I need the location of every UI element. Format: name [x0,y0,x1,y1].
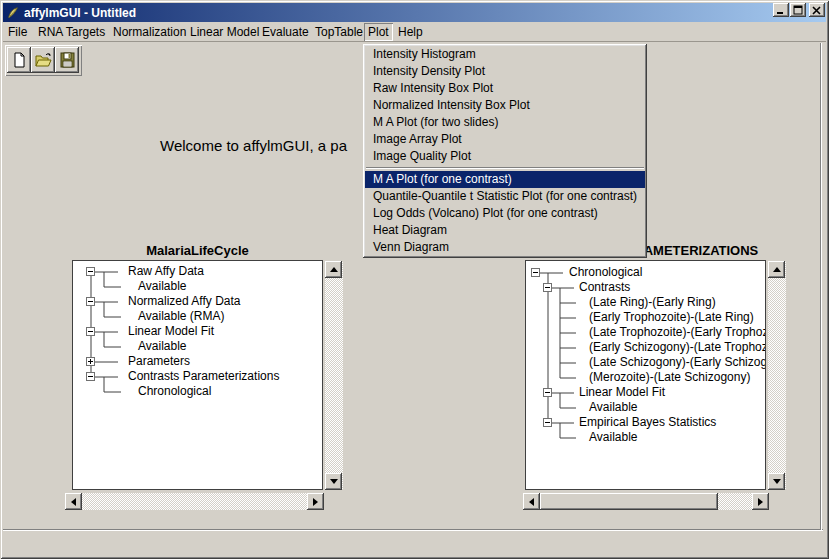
tree-item-chronological[interactable]: Chronological [569,265,642,280]
minimize-button[interactable] [773,3,789,17]
scroll-left-button[interactable] [523,493,540,510]
tree-item-available[interactable]: Available [589,400,637,415]
open-file-button[interactable] [31,47,55,73]
frame-divider [3,529,823,531]
menu-item-normalized-intensity-box-plot[interactable]: Normalized Intensity Box Plot [365,97,645,114]
tree-item-contrast[interactable]: (Early Schizogony)-(Late Trophozoite) [589,340,766,355]
menu-bar: File RNA Targets Normalization Linear Mo… [3,22,826,42]
scroll-right-button[interactable] [752,493,769,510]
tree-item-contrast[interactable]: (Merozoite)-(Late Schizogony) [589,370,750,385]
welcome-message: Welcome to affylmGUI, a pa [160,137,347,154]
tree-item-contrasts-parameterizations[interactable]: Contrasts Parameterizations [128,369,279,384]
tree-item-contrast[interactable]: (Early Trophozoite)-(Late Ring) [589,310,754,325]
application-window: affylmGUI - Untitled File RNA Targets No… [0,0,829,559]
tree-item-linear-model-fit[interactable]: Linear Model Fit [128,324,214,339]
save-file-button[interactable] [55,47,79,73]
tree-item-parameters[interactable]: Parameters [128,354,190,369]
scroll-right-button[interactable] [307,493,324,510]
menubar-item-help[interactable]: Help [394,23,427,41]
arrow-up-icon [773,267,781,272]
tree-expand-minus-icon[interactable] [543,418,552,427]
scroll-up-button[interactable] [768,261,785,278]
menubar-item-linear-model[interactable]: Linear Model [186,23,263,41]
open-folder-icon [34,51,53,69]
frame-divider [820,43,822,530]
tree-expand-minus-icon[interactable] [531,268,540,277]
arrow-down-icon [773,479,781,484]
menu-item-heat-diagram[interactable]: Heat Diagram [365,222,645,239]
tree-item-contrasts[interactable]: Contrasts [579,280,630,295]
menu-item-venn-diagram[interactable]: Venn Diagram [365,239,645,256]
app-feather-icon [6,6,20,20]
left-tree-vertical-scrollbar[interactable] [325,261,343,490]
tree-expand-plus-icon[interactable] [86,357,95,366]
right-tree-vertical-scrollbar[interactable] [768,261,786,490]
right-tree-horizontal-scrollbar[interactable] [523,493,769,510]
scroll-up-button[interactable] [325,261,342,278]
arrow-up-icon [330,267,338,272]
arrow-left-icon [71,498,76,506]
minimize-icon [776,5,786,15]
menu-separator [366,167,644,169]
maximize-icon [793,5,803,15]
menubar-item-plot[interactable]: Plot [364,23,393,41]
menubar-item-file[interactable]: File [4,23,31,41]
left-tree-horizontal-scrollbar[interactable] [65,493,324,510]
new-document-icon [11,51,28,69]
new-file-button[interactable] [7,47,31,73]
tree-item-available-rma[interactable]: Available (RMA) [138,309,224,324]
arrow-right-icon [313,498,318,506]
menubar-item-toptable[interactable]: TopTable [311,23,367,41]
tree-expand-minus-icon[interactable] [86,267,95,276]
arrow-right-icon [758,498,763,506]
tree-item-contrast[interactable]: (Late Schizogony)-(Early Schizogony) [589,355,766,370]
tree-expand-minus-icon[interactable] [543,388,552,397]
menu-item-image-quality-plot[interactable]: Image Quality Plot [365,148,645,165]
plot-dropdown-menu: Intensity Histogram Intensity Density Pl… [363,44,647,258]
tree-item-empirical-bayes-statistics[interactable]: Empirical Bayes Statistics [579,415,716,430]
scrollbar-thumb[interactable] [540,493,718,510]
menu-item-log-odds-volcano-plot[interactable]: Log Odds (Volcano) Plot (for one contras… [365,205,645,222]
menubar-item-rna-targets[interactable]: RNA Targets [34,23,109,41]
scroll-left-button[interactable] [65,493,82,510]
tree-expand-minus-icon[interactable] [86,372,95,381]
left-tree-title: MalariaLifeCycle [72,243,323,258]
arrow-down-icon [330,479,338,484]
tree-item-available[interactable]: Available [138,339,186,354]
menu-item-intensity-density-plot[interactable]: Intensity Density Plot [365,63,645,80]
scroll-down-button[interactable] [768,473,785,490]
scroll-down-button[interactable] [325,473,342,490]
save-floppy-icon [59,51,76,69]
close-icon [812,6,822,15]
close-button[interactable] [809,3,825,17]
tree-expand-minus-icon[interactable] [86,297,95,306]
menu-item-image-array-plot[interactable]: Image Array Plot [365,131,645,148]
menubar-item-normalization[interactable]: Normalization [109,23,190,41]
tree-expand-minus-icon[interactable] [543,283,552,292]
arrow-left-icon [529,498,534,506]
menu-item-ma-plot-one-contrast[interactable]: M A Plot (for one contrast) [365,171,645,188]
menubar-item-evaluate[interactable]: Evaluate [258,23,313,41]
right-tree-view[interactable]: Chronological Contrasts (Late Ring)-(Ear… [525,260,766,490]
tree-item-contrast[interactable]: (Late Ring)-(Early Ring) [589,295,716,310]
tree-item-available[interactable]: Available [589,430,637,445]
window-title: affylmGUI - Untitled [24,6,136,20]
tree-item-chronological[interactable]: Chronological [138,384,211,399]
maximize-button[interactable] [790,3,806,17]
toolbar [5,45,82,76]
menu-item-raw-intensity-box-plot[interactable]: Raw Intensity Box Plot [365,80,645,97]
tree-expand-minus-icon[interactable] [86,327,95,336]
tree-item-contrast[interactable]: (Late Trophozoite)-(Early Trophozoite) [589,325,766,340]
left-tree-view[interactable]: Raw Affy Data Available Normalized Affy … [72,260,323,490]
tree-item-raw-affy-data[interactable]: Raw Affy Data [128,264,204,279]
tree-item-normalized-affy-data[interactable]: Normalized Affy Data [128,294,241,309]
menu-item-intensity-histogram[interactable]: Intensity Histogram [365,46,645,63]
menu-item-quantile-quantile-plot[interactable]: Quantile-Quantile t Statistic Plot (for … [365,188,645,205]
menu-item-ma-plot-two-slides[interactable]: M A Plot (for two slides) [365,114,645,131]
tree-item-linear-model-fit[interactable]: Linear Model Fit [579,385,665,400]
tree-item-available[interactable]: Available [138,279,186,294]
title-bar: affylmGUI - Untitled [3,3,826,22]
